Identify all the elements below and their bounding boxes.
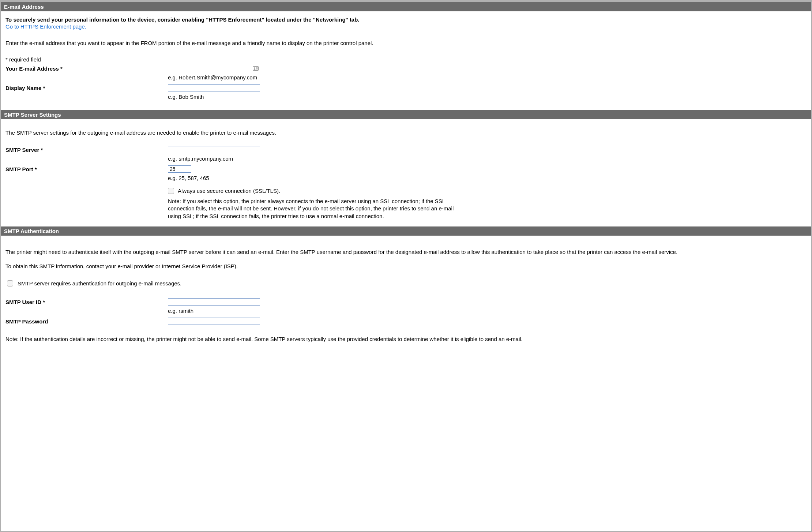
auth-description-2: To obtain this SMTP information, contact… <box>5 262 807 270</box>
section-body-auth: The printer might need to authenticate i… <box>1 236 811 349</box>
smtp-server-label: SMTP Server * <box>5 146 168 153</box>
smtp-server-input[interactable] <box>168 146 260 153</box>
email-address-input[interactable] <box>168 65 260 72</box>
smtp-password-input[interactable] <box>168 318 260 325</box>
required-field-note: * required field <box>5 56 807 63</box>
https-security-notice: To securely send your personal informati… <box>5 16 807 23</box>
section-body-smtp: The SMTP server settings for the outgoin… <box>1 119 811 226</box>
section-body-email: To securely send your personal informati… <box>1 11 811 110</box>
smtp-password-label: SMTP Password <box>5 318 168 325</box>
ssl-checkbox-label: Always use secure connection (SSL/TLS). <box>178 188 280 194</box>
ssl-note: Note: If you select this option, the pri… <box>168 198 468 220</box>
smtp-port-label: SMTP Port * <box>5 165 168 172</box>
smtp-port-input[interactable] <box>168 165 191 173</box>
auth-description-1: The printer might need to authenticate i… <box>5 248 807 256</box>
smtp-user-input[interactable] <box>168 298 260 306</box>
smtp-port-hint: e.g. 25, 587, 465 <box>168 175 807 181</box>
email-address-label: Your E-mail Address * <box>5 65 168 72</box>
smtp-description: The SMTP server settings for the outgoin… <box>5 130 807 136</box>
smtp-user-label: SMTP User ID * <box>5 298 168 305</box>
smtp-user-hint: e.g. rsmith <box>168 308 807 314</box>
section-header-smtp: SMTP Server Settings <box>1 110 811 119</box>
smtp-server-hint: e.g. smtp.mycompany.com <box>168 156 807 162</box>
display-name-input[interactable] <box>168 84 260 91</box>
email-description: Enter the e-mail address that you want t… <box>5 40 807 46</box>
requires-auth-checkbox[interactable] <box>7 280 13 286</box>
display-name-hint: e.g. Bob Smith <box>168 94 807 100</box>
ssl-checkbox[interactable] <box>168 188 174 194</box>
https-enforcement-link[interactable]: Go to HTTPS Enforcement page. <box>5 23 86 30</box>
requires-auth-label: SMTP server requires authentication for … <box>18 280 181 286</box>
email-address-hint: e.g. Robert.Smith@mycompany.com <box>168 74 807 80</box>
section-header-email: E-mail Address <box>1 2 811 11</box>
display-name-label: Display Name * <box>5 84 168 91</box>
section-header-auth: SMTP Authentication <box>1 226 811 236</box>
auth-note: Note: If the authentication details are … <box>5 335 807 343</box>
